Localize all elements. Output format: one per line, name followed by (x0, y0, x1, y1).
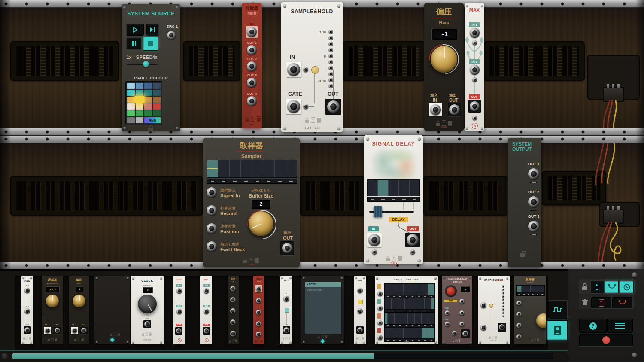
signal-view-tab[interactable] (548, 301, 567, 319)
module-mult[interactable]: 分配器 Mult IN OUT 1 OUT 2 OUT 3 OUT 4 ᴧᴧ (242, 3, 262, 128)
jack[interactable] (459, 322, 465, 327)
mult-out3-jack[interactable] (247, 78, 257, 88)
mult-in-jack[interactable] (247, 27, 257, 37)
menu-button[interactable] (607, 319, 633, 333)
sampler-record-jack[interactable] (207, 205, 217, 216)
delay-out-jack[interactable] (407, 234, 419, 246)
jack[interactable] (459, 310, 465, 316)
reset-button[interactable] (447, 287, 455, 295)
cable-colour-swatch[interactable] (144, 110, 152, 116)
max-out-mini-jack[interactable] (472, 116, 477, 120)
sh-gate-jack[interactable] (287, 100, 300, 113)
knob[interactable] (46, 295, 59, 307)
cable-colour-swatch[interactable] (144, 103, 152, 110)
buffer-size-knob[interactable] (249, 211, 273, 236)
jack[interactable] (480, 325, 486, 331)
lock-time-button-active[interactable] (620, 281, 634, 293)
jack[interactable] (516, 334, 522, 339)
tray-module-notes[interactable]: ✎ NOTES Enter Text Here... (301, 276, 344, 344)
clock-knob[interactable] (138, 295, 157, 313)
jack[interactable] (452, 331, 457, 336)
jack[interactable] (230, 319, 236, 325)
scope-ch1-jack[interactable] (377, 291, 383, 296)
bias-in-jack[interactable] (430, 104, 441, 115)
unlock-icon[interactable] (520, 253, 525, 257)
sampler-fwdback-jack[interactable] (207, 241, 217, 252)
sampler-position-jack[interactable] (207, 223, 217, 234)
delay-out-mini-jack[interactable] (410, 249, 415, 255)
sysout-out2-jack[interactable] (528, 196, 539, 207)
tray-module-not[interactable]: NOT IN OUT (280, 276, 292, 344)
speed-slider-track[interactable] (127, 64, 158, 65)
buffer-size-display[interactable]: 2 (252, 200, 270, 209)
jack[interactable] (176, 328, 182, 334)
sysout-out3-jack[interactable] (528, 221, 539, 232)
jack[interactable] (45, 328, 50, 333)
sh-gate-mini-jack[interactable] (303, 104, 308, 109)
cable-colour-swatch-selected[interactable] (134, 96, 144, 103)
cable-colour-swatch[interactable] (153, 103, 161, 110)
tray-module-oscilloscope[interactable]: OSCILLOSCOPE HUTTER (375, 276, 438, 344)
help-button[interactable]: ? (579, 319, 607, 333)
jack[interactable] (357, 308, 363, 314)
module-sampler[interactable]: 取样器 Sampler 取样输入 Signal In 打开录音 Record 改… (203, 138, 300, 267)
jack[interactable] (204, 328, 209, 334)
jack[interactable] (176, 309, 182, 314)
module-view-tab-active[interactable] (547, 320, 568, 340)
jack[interactable] (256, 310, 261, 315)
cable-colour-swatch[interactable] (127, 103, 135, 110)
jack[interactable] (283, 296, 289, 302)
delay-in-jack[interactable] (368, 234, 380, 246)
tray-module-sampler[interactable]: 取样器 Sampler ⸺ (514, 276, 546, 344)
jack[interactable] (24, 308, 30, 314)
tray-module-min[interactable]: MIN IN 1 IN 2 OUT A (200, 276, 212, 344)
module-signal-delay[interactable]: SIGNAL DELAY DELAY IN OUT A (364, 135, 423, 264)
jack[interactable] (24, 327, 30, 333)
jack[interactable] (256, 321, 261, 327)
jack[interactable] (516, 323, 522, 328)
jack[interactable] (256, 286, 261, 292)
tray-module-sample-hold[interactable]: SAMPLE&HOLD HUTTER (478, 276, 510, 344)
tray-module-bias[interactable]: 偏压 Bias 0 IN OUT (69, 276, 89, 344)
cable-colour-swatch[interactable] (153, 83, 161, 89)
cable-colour-swatch[interactable] (136, 90, 143, 96)
level-jack-column[interactable] (328, 30, 333, 88)
mult-out1-jack[interactable] (247, 45, 257, 55)
bias-out-jack[interactable] (449, 104, 460, 115)
tray-scroll-knob[interactable] (2, 353, 8, 359)
jack[interactable] (256, 298, 261, 304)
sh-in-jack[interactable] (287, 63, 300, 76)
delete-cable-button[interactable] (612, 297, 632, 308)
cable-colour-swatch[interactable] (144, 83, 152, 89)
module-bias[interactable]: 偏压 Bias -1 输入 IN 输出 OUT ᴧᴧᴧ (424, 3, 464, 131)
tray-module-xor[interactable]: XOR (354, 276, 366, 344)
cable-colour-swatch[interactable] (153, 97, 161, 103)
cable-colour-swatch[interactable] (127, 97, 135, 103)
value-display[interactable]: 0 (76, 287, 83, 292)
value-display[interactable]: x0.5 (46, 287, 59, 292)
jack[interactable] (283, 327, 289, 333)
tray-module-attenuator[interactable]: 衰减器 ATTENUATOR x0.5 IN OUT (42, 276, 63, 344)
src1-jack[interactable] (167, 31, 176, 40)
max-in2-jack[interactable] (470, 65, 480, 75)
sysout-out1-jack[interactable] (528, 168, 539, 179)
cable-colour-swatch[interactable] (127, 110, 135, 116)
jack[interactable] (230, 297, 236, 303)
mode-display[interactable]: ◄ (461, 287, 470, 292)
jack[interactable] (357, 288, 363, 293)
knob[interactable] (536, 313, 546, 328)
jack[interactable] (445, 310, 450, 316)
sh-out-jack[interactable] (327, 100, 340, 113)
tray-module-max[interactable]: MAX IN 1 IN 2 OUT A (173, 276, 185, 344)
cable-colour-swatch[interactable] (136, 83, 143, 89)
delete-module-button[interactable] (591, 297, 611, 308)
jack[interactable] (516, 301, 522, 306)
jack[interactable] (516, 312, 522, 317)
jack[interactable] (55, 328, 60, 333)
bias-value-display[interactable]: -1 (432, 29, 457, 40)
interval-display[interactable]: 2 (143, 288, 152, 293)
play-button[interactable] (127, 24, 144, 36)
scope-ch2-jack[interactable] (377, 306, 383, 311)
cable-colour-swatch[interactable] (144, 90, 152, 96)
notes-screen[interactable]: ✎ NOTES Enter Text Here... (305, 282, 342, 334)
